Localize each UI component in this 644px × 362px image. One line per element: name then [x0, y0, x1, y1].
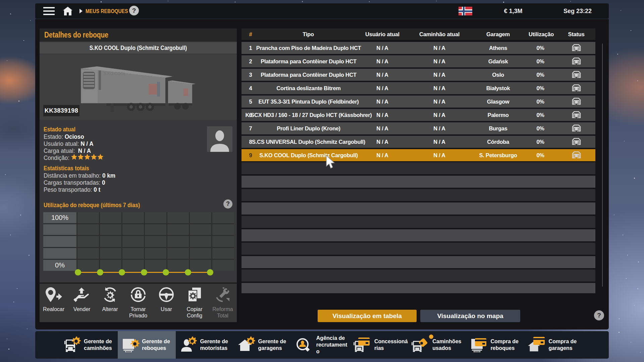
- svg-text:S.KO COOL: S.KO COOL: [104, 71, 126, 76]
